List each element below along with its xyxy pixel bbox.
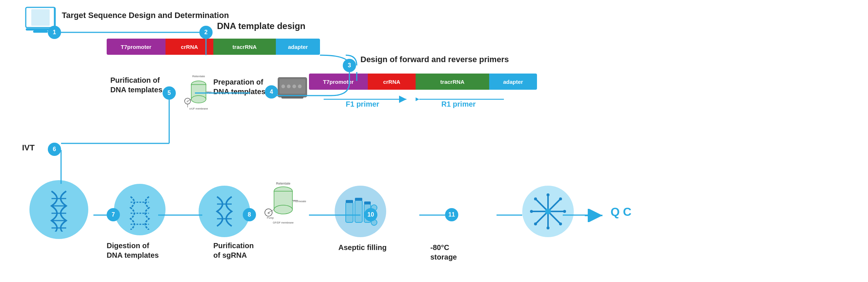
aseptic-circle-icon [335,186,386,237]
svg-text:Retentate: Retentate [192,75,205,78]
step-3-number: 3 [348,62,351,69]
r1-primer-label: R1 primer [441,100,476,108]
step-11-label: -80°Cstorage [430,243,457,262]
svg-rect-18 [33,31,48,33]
step-6-circle: 6 [48,143,61,156]
seg-crrna-1: crRNA [166,39,213,55]
seg-crrna-2: crRNA [368,74,416,90]
step-11-circle: 11 [445,208,458,221]
svg-rect-65 [346,200,353,203]
ivt-label: IVT [22,143,35,153]
seg-t7promoter-1: T7promoter [107,39,166,55]
digestion-circle-icon [114,184,166,235]
svg-point-27 [292,85,296,88]
step-2-label: DNA template design [217,20,305,32]
snowflake-circle-icon [522,186,574,237]
svg-rect-66 [355,198,362,201]
svg-point-77 [530,210,533,213]
svg-text:GF/DF membrane: GF/DF membrane [273,221,294,224]
step-6-number: 6 [53,146,56,153]
svg-point-25 [281,85,285,88]
step-4-number: 4 [270,89,273,95]
purif-diagram-8: Retentate ⊗ Pump Permeate GF/DF membrane [257,180,309,224]
svg-rect-63 [355,200,362,222]
step-1-circle: 1 [48,26,61,39]
svg-point-75 [547,193,549,196]
seg-adapter-2: adapter [489,74,537,90]
svg-rect-29 [281,96,303,99]
svg-point-26 [287,85,291,88]
svg-point-54 [274,205,292,214]
step-8-number: 8 [248,211,251,218]
svg-text:Retentate: Retentate [276,182,290,185]
svg-point-33 [191,96,206,103]
step-7-label: Digestion ofDNA templates [107,241,159,260]
step-2-circle: 2 [199,26,213,39]
step-7-number: 7 [112,211,115,218]
svg-text:crUF membrane: crUF membrane [189,107,208,110]
step-10-circle: 10 [364,208,377,221]
pcr-machine-icon [276,74,309,104]
qc-label: Q C [611,205,632,219]
sgrna-circle-icon [199,186,250,237]
seg-tracrrna-1: tracrRNA [213,39,276,55]
step-10-number: 10 [367,211,374,218]
svg-text:Permeate: Permeate [207,91,220,94]
diagram-container: 1 Target Sequence Design and Determinati… [0,0,868,282]
purif-diagram-5: Retentate P crUF membrane Permeate [177,74,221,110]
svg-point-82 [534,222,537,225]
step-8-circle: 8 [243,208,256,221]
dna-bar-second: T7promoter crRNA tracrRNA adapter [309,74,537,90]
step-5-circle: 5 [163,86,176,100]
step-4-label: Preparation ofDNA templates [213,77,266,96]
svg-rect-16 [31,9,50,26]
seg-t7promoter-2: T7promoter [309,74,368,90]
svg-point-76 [547,226,549,229]
svg-point-80 [559,222,562,225]
step-2-number: 2 [204,29,208,36]
qc-arrow [585,209,607,224]
dna-bar-top: T7promoter crRNA tracrRNA adapter [107,39,320,55]
dna-circle-icon [29,180,88,239]
step-11-number: 11 [448,211,455,218]
svg-point-81 [559,197,562,200]
svg-text:Permeate: Permeate [294,200,306,203]
step-8-label: Purificationof sgRNA [213,241,254,260]
step-7-circle: 7 [107,208,120,221]
seg-tracrrna-2: tracrRNA [416,74,489,90]
svg-rect-62 [346,202,353,222]
step-1-number: 1 [53,29,56,36]
seg-adapter-1: adapter [276,39,320,55]
step-3-circle: 3 [343,59,356,72]
svg-rect-67 [364,201,371,204]
step-10-label: Aseptic filling [338,243,387,252]
step-1-label: Target Sequence Design and Determination [62,10,229,21]
svg-text:Pump: Pump [267,217,274,219]
step-5-number: 5 [168,90,171,96]
f1-primer-label: F1 primer [346,100,379,108]
svg-point-83 [545,208,551,214]
svg-point-78 [563,210,566,213]
step-4-circle: 4 [265,85,278,99]
svg-point-28 [298,85,302,88]
svg-point-79 [534,197,537,200]
step-3-label: Design of forward and reverse primers [360,54,509,65]
step-5-label: Purification ofDNA templates [110,75,163,94]
